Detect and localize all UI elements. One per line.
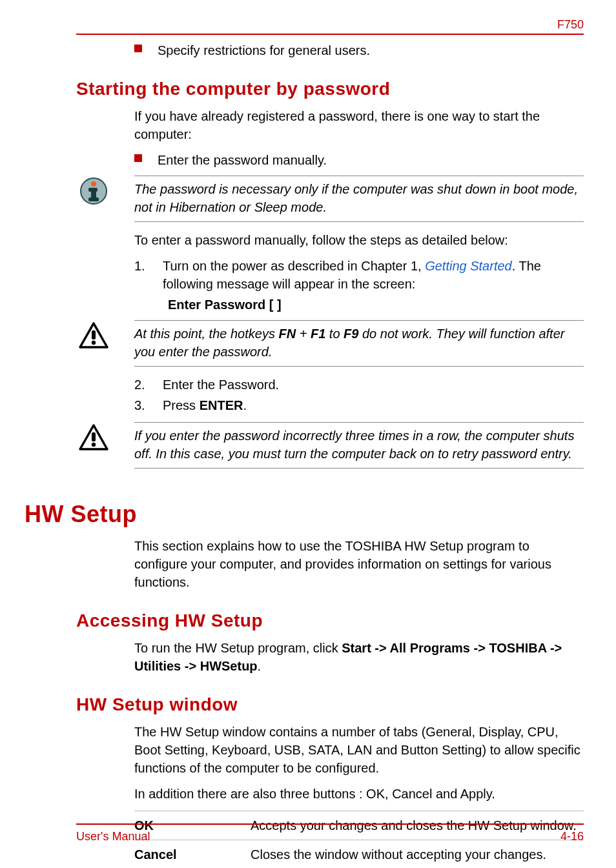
heading-start-password: Starting the computer by password xyxy=(76,79,584,99)
step-3: 3. Press ENTER. xyxy=(134,396,584,414)
svg-point-8 xyxy=(92,443,96,447)
page-footer: User's Manual 4-16 xyxy=(76,823,584,843)
header-model: F750 xyxy=(557,18,584,32)
step3-pre: Press xyxy=(163,398,200,412)
step1-pre: Turn on the power as described in Chapte… xyxy=(163,259,425,273)
bullet-icon xyxy=(134,154,142,162)
footer-left: User's Manual xyxy=(76,830,150,843)
note2-pre: At this point, the hotkeys xyxy=(134,327,278,341)
para-access: To run the HW Setup program, click Start… xyxy=(134,639,584,675)
caution-icon xyxy=(76,423,111,452)
access-pre: To run the HW Setup program, click xyxy=(134,641,342,655)
note2-plus: + xyxy=(296,327,311,341)
note-text: The password is necessary only if the co… xyxy=(134,176,584,222)
getting-started-link[interactable]: Getting Started xyxy=(425,259,512,273)
bullet-item: Enter the password manually. xyxy=(134,151,584,169)
para-intro: If you have already registered a passwor… xyxy=(134,107,584,143)
step-2: 2. Enter the Password. xyxy=(134,376,584,394)
step-number: 3. xyxy=(134,396,163,414)
row-desc: Closes the window without accepting your… xyxy=(251,845,584,863)
footer-rule xyxy=(76,823,584,825)
para-steps-intro: To enter a password manually, follow the… xyxy=(134,231,584,249)
bullet-icon xyxy=(134,45,142,52)
bullet-text: Enter the password manually. xyxy=(158,151,327,169)
note2-fn: FN xyxy=(278,327,296,341)
step3-post: . xyxy=(243,398,247,412)
svg-rect-5 xyxy=(92,330,96,339)
heading-accessing-hw: Accessing HW Setup xyxy=(76,611,584,631)
step3-enter: ENTER xyxy=(200,398,243,412)
caution-icon xyxy=(76,321,111,350)
heading-hw-setup: HW Setup xyxy=(25,501,584,528)
step-body: Press ENTER. xyxy=(163,396,584,414)
note2-f9: F9 xyxy=(344,327,358,341)
para-window1: The HW Setup window contains a number of… xyxy=(134,723,584,777)
step-body: Turn on the power as described in Chapte… xyxy=(163,257,584,293)
step-number: 2. xyxy=(134,376,163,394)
para-window2: In addition there are also three buttons… xyxy=(134,785,584,803)
step-1: 1. Turn on the power as described in Cha… xyxy=(134,257,584,293)
bullet-item: Specify restrictions for general users. xyxy=(134,41,584,59)
note-info: The password is necessary only if the co… xyxy=(76,176,584,222)
svg-point-6 xyxy=(92,341,96,345)
row-label: Cancel xyxy=(134,845,251,863)
svg-point-1 xyxy=(91,181,96,187)
note-text: If you enter the password incorrectly th… xyxy=(134,422,584,469)
table-row: Cancel Closes the window without accepti… xyxy=(134,840,584,868)
para-hw-intro: This section explains how to use the TOS… xyxy=(134,537,584,591)
note-caution: If you enter the password incorrectly th… xyxy=(76,422,584,469)
note2-f1: F1 xyxy=(311,327,325,341)
enter-password-text: Enter Password [ ] xyxy=(168,298,282,312)
step-number: 1. xyxy=(134,257,163,293)
note-caution: At this point, the hotkeys FN + F1 to F9… xyxy=(76,320,584,367)
access-post: . xyxy=(258,659,262,673)
svg-rect-7 xyxy=(92,432,96,441)
header-rule xyxy=(76,34,584,35)
note-text: At this point, the hotkeys FN + F1 to F9… xyxy=(134,320,584,367)
enter-password-prompt: Enter Password [ ] xyxy=(168,296,584,314)
bullet-text: Specify restrictions for general users. xyxy=(158,41,370,59)
footer-page-number: 4-16 xyxy=(560,830,584,843)
page-content: Specify restrictions for general users. … xyxy=(76,41,584,868)
note2-to: to xyxy=(325,327,344,341)
svg-rect-4 xyxy=(88,197,99,201)
heading-hw-window: HW Setup window xyxy=(76,694,584,715)
step-body: Enter the Password. xyxy=(163,376,584,394)
info-icon xyxy=(76,177,111,205)
